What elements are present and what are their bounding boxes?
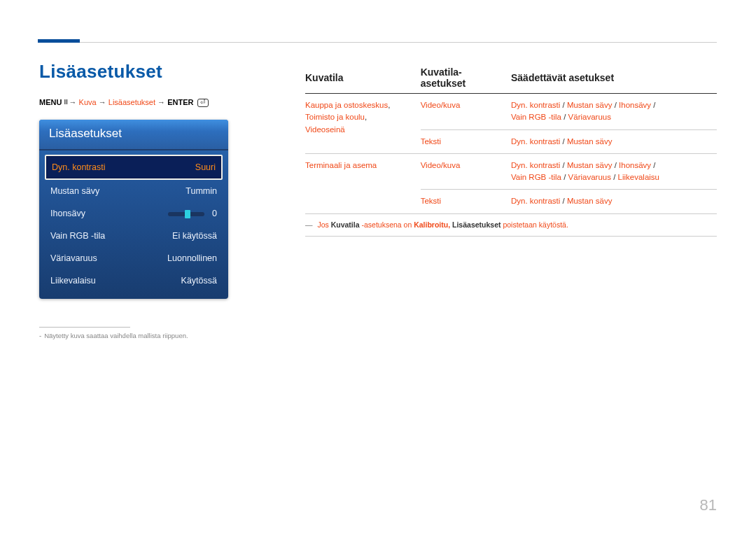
th-kuvatila: Kuvatila: [305, 64, 421, 94]
row-value: Ei käytössä: [172, 231, 217, 241]
cell-mode: Video/kuva: [421, 153, 511, 190]
page-title: Lisäasetukset: [39, 61, 263, 83]
table-row: Terminaali ja asema Video/kuva Dyn. kont…: [305, 153, 717, 190]
row-label: Väriavaruus: [50, 253, 97, 263]
row-value: Käytössä: [181, 276, 217, 286]
menu-icon: Ⅲ: [64, 99, 66, 106]
enter-icon: ⏎: [197, 99, 209, 107]
row-label: Vain RGB -tila: [50, 231, 105, 241]
cell-settings: Dyn. kontrasti / Mustan sävy / Ihonsävy …: [511, 94, 717, 130]
cell-mode: Video/kuva: [421, 94, 511, 130]
path-item: Kuva: [79, 98, 97, 106]
menu-row[interactable]: Vain RGB -tila Ei käytössä: [45, 225, 223, 247]
footnote: -Näytetty kuva saattaa vaihdella mallist…: [39, 332, 263, 339]
top-rule: [39, 42, 717, 43]
cell-settings: Dyn. kontrasti / Mustan sävy: [511, 190, 717, 213]
footnote-separator: [39, 327, 130, 328]
row-value: Tummin: [186, 186, 217, 196]
row-value: Luonnollinen: [167, 253, 217, 263]
row-value: 0: [212, 209, 217, 218]
row-label: Mustan sävy: [50, 186, 99, 196]
table-row: Kauppa ja ostoskeskus, Toimisto ja koulu…: [305, 94, 717, 130]
row-value: Suuri: [195, 162, 216, 172]
page-number: 81: [700, 496, 717, 514]
menu-row[interactable]: Väriavaruus Luonnollinen: [45, 247, 223, 269]
cell-mode: Teksti: [421, 190, 511, 213]
menu-panel: Lisäasetukset Dyn. kontrasti Suuri Musta…: [39, 120, 228, 299]
note-dash-icon: ―: [305, 220, 313, 229]
th-asetukset: Kuvatila-asetukset: [421, 64, 511, 94]
path-item: Lisäasetukset: [108, 98, 155, 106]
slider[interactable]: [168, 212, 204, 216]
cell-mode: Teksti: [421, 129, 511, 153]
menu-row-dyn-kontrasti[interactable]: Dyn. kontrasti Suuri: [45, 155, 223, 180]
menu-label: MENU: [39, 98, 62, 106]
panel-title: Lisäasetukset: [39, 120, 228, 150]
note-row: ― Jos Kuvatila -asetuksena on Kalibroitu…: [305, 213, 717, 237]
row-label: Ihonsävy: [50, 209, 85, 218]
menu-row[interactable]: Ihonsävy 0: [45, 202, 223, 225]
row-label: Dyn. kontrasti: [52, 162, 105, 172]
breadcrumb: MENU Ⅲ → Kuva → Lisäasetukset → ENTER ⏎: [39, 98, 263, 107]
menu-row[interactable]: Liikevalaisu Käytössä: [45, 269, 223, 292]
menu-row[interactable]: Mustan sävy Tummin: [45, 180, 223, 202]
enter-label: ENTER: [167, 98, 193, 106]
th-saadettavat: Säädettävät asetukset: [511, 64, 717, 94]
cell-kuvatila: Kauppa ja ostoskeskus, Toimisto ja koulu…: [305, 94, 421, 154]
cell-settings: Dyn. kontrasti / Mustan sävy / Ihonsävy …: [511, 153, 717, 190]
row-label: Liikevalaisu: [50, 276, 96, 286]
cell-settings: Dyn. kontrasti / Mustan sävy: [511, 129, 717, 153]
slider-thumb: [185, 210, 190, 218]
cell-kuvatila: Terminaali ja asema: [305, 153, 421, 213]
settings-table: Kuvatila Kuvatila-asetukset Säädettävät …: [305, 64, 717, 237]
row-value-wrap: 0: [168, 209, 217, 218]
